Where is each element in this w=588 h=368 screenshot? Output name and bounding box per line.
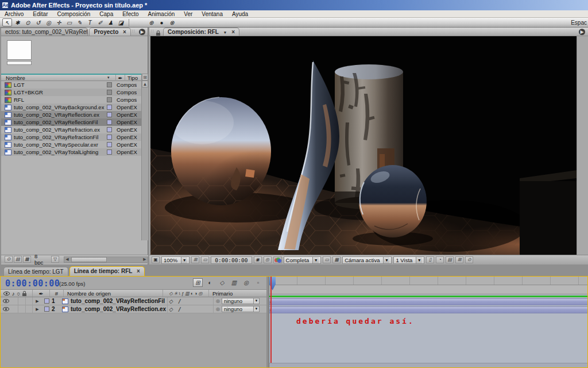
tab-proyecto[interactable]: Proyecto ×	[89, 28, 130, 36]
panel-grip[interactable]: ∷	[151, 28, 154, 36]
current-time-indicator-line[interactable]	[270, 277, 272, 367]
shy-icon[interactable]: ◇	[169, 298, 173, 304]
scroll-up-icon[interactable]: ▲	[142, 80, 148, 87]
menu-item[interactable]: Composición	[52, 10, 95, 18]
hide-shy-button[interactable]: ◇	[217, 278, 227, 287]
label-color-swatch[interactable]	[44, 306, 49, 312]
bit-depth-indicator[interactable]: 8 bpc	[34, 253, 48, 266]
menu-item[interactable]: Editar	[28, 10, 52, 18]
scrollbar-thumb[interactable]	[71, 257, 107, 262]
motion-blur-button[interactable]: ◎	[241, 278, 251, 287]
effects-icon[interactable]: ƒ	[181, 291, 184, 296]
rotation-tool[interactable]: ↺	[33, 18, 43, 26]
timeline-track-area[interactable]: debería quedar así.	[269, 277, 587, 367]
pan-behind-tool[interactable]: ✛	[54, 18, 64, 26]
scroll-left-icon[interactable]: ◀	[64, 257, 70, 262]
motion-blur-icon[interactable]: ◐	[191, 291, 194, 296]
new-composition-icon[interactable]: ▦	[23, 256, 31, 263]
project-item-row[interactable]: RFL Compos	[1, 96, 141, 103]
snapshot-icon[interactable]: ◉	[254, 256, 262, 263]
eraser-tool[interactable]: ◪	[116, 18, 126, 26]
av-feature-cells[interactable]	[11, 305, 33, 313]
label-column-icon[interactable]: ✒	[115, 75, 125, 81]
scroll-right-icon[interactable]: ▶	[142, 257, 148, 262]
safe-zones-icon[interactable]: ▭	[201, 256, 209, 263]
selection-tool[interactable]: ↖	[2, 18, 12, 26]
current-time-display[interactable]: 0:00:00:00	[5, 278, 60, 289]
project-item-row[interactable]: tuto_comp_002_VRayReflection.ex OpenEX	[1, 111, 141, 118]
source-name-column-header[interactable]: Nombre de origen	[64, 290, 163, 297]
label-color-swatch[interactable]	[107, 82, 112, 87]
project-item-row[interactable]: tuto_comp_002_VRayRefraction.ex OpenEX	[1, 126, 141, 133]
close-icon[interactable]: ×	[231, 29, 235, 35]
project-vertical-scrollbar[interactable]: ⊞ ▲	[141, 74, 148, 240]
work-area-bar[interactable]	[269, 285, 587, 294]
timeline-horizontal-scrollbar[interactable]	[269, 363, 587, 367]
project-item-row[interactable]: tuto_comp_002_VRayTotalLighting OpenEX	[1, 148, 141, 156]
label-color-swatch[interactable]	[107, 135, 112, 140]
unified-camera-tool[interactable]: ◎	[44, 18, 53, 26]
adjustment-layer-icon[interactable]: ◑	[195, 291, 198, 296]
brush-tool[interactable]: ✐	[95, 18, 105, 26]
tab-composicion-rfl[interactable]: Composición: RFL ▼ ×	[163, 28, 239, 36]
label-color-swatch[interactable]	[107, 120, 112, 125]
quality-icon[interactable]: /	[179, 306, 180, 313]
pen-tool[interactable]: ✎	[75, 18, 84, 26]
eye-icon[interactable]	[3, 299, 9, 303]
av-feature-cells[interactable]	[11, 297, 33, 305]
project-item-row[interactable]: LGT+BKGR Compos	[1, 89, 141, 96]
panel-grip[interactable]: ∷	[132, 28, 136, 36]
project-item-row[interactable]: tuto_comp_002_VRayBackground.ex OpenEX	[1, 103, 141, 111]
parent-dropdown[interactable]: ninguno ▼	[222, 306, 260, 312]
label-color-swatch[interactable]	[107, 142, 112, 147]
frame-blend-icon[interactable]: ▥	[185, 291, 189, 296]
window-titlebar[interactable]: Ae Adobe After Effects - Proyecto sin tí…	[0, 0, 588, 10]
column-header-type[interactable]: Tipo	[125, 75, 138, 81]
flowchart-mini-icon[interactable]: ⊞	[142, 74, 148, 80]
parent-column-header[interactable]: Primario	[209, 290, 266, 297]
pixel-aspect-icon[interactable]: ▯	[426, 256, 434, 263]
menu-item[interactable]: Capa	[95, 10, 118, 18]
text-tool[interactable]: T	[85, 18, 95, 26]
timeline-layer-row[interactable]: ▶ 1 tuto_comp_002_VRayReflectionFil ◇ / …	[1, 297, 266, 305]
expand-icon[interactable]: ▣	[152, 256, 160, 263]
camera-track-xy-tool[interactable]: ●	[157, 18, 167, 26]
fast-preview-icon[interactable]: ◔	[436, 256, 444, 263]
expand-arrow-icon[interactable]: ▶	[33, 307, 42, 312]
exposure-icon[interactable]: ⊙	[465, 256, 473, 263]
time-ruler[interactable]	[269, 277, 587, 285]
resolution-dropdown[interactable]: Completa▼	[284, 256, 322, 264]
close-icon[interactable]: ×	[123, 29, 126, 35]
mask-shape-tool[interactable]: ▭	[64, 18, 74, 26]
lock-icon[interactable]	[156, 33, 160, 36]
tab-timeline-lgt[interactable]: Línea de tiempo: LGT	[3, 267, 68, 276]
shy-icon[interactable]: ◇	[169, 306, 173, 312]
shy-icon[interactable]: ◇	[169, 291, 173, 296]
label-color-swatch[interactable]	[44, 298, 49, 304]
menu-item[interactable]: Efecto	[118, 10, 143, 18]
menu-item[interactable]: Animación	[144, 10, 180, 18]
expand-arrow-icon[interactable]: ▶	[33, 299, 42, 304]
pick-whip-icon[interactable]: ◎	[216, 298, 220, 304]
close-icon[interactable]: ×	[137, 268, 140, 274]
composition-viewport[interactable]	[150, 36, 577, 255]
new-folder-icon[interactable]: ▤	[14, 256, 22, 263]
audio-icon[interactable]: ♪	[12, 290, 15, 297]
channels-icon[interactable]	[273, 256, 282, 263]
quality-icon[interactable]: \	[179, 291, 180, 296]
menu-item[interactable]: Ayuda	[227, 10, 253, 18]
eye-icon[interactable]	[3, 307, 9, 311]
chevron-down-icon[interactable]: ▼	[223, 29, 227, 37]
layer-switches[interactable]: ◇ /	[167, 297, 213, 305]
tab-timeline-rfl[interactable]: Línea de tiempo: RFL ×	[69, 266, 145, 276]
roi-button[interactable]: ▭	[323, 256, 331, 263]
label-color-swatch[interactable]	[107, 90, 112, 95]
label-column-header[interactable]: ✒	[33, 290, 50, 297]
composition-timecode[interactable]: 0:00:00:00	[211, 256, 252, 264]
eye-icon[interactable]	[3, 292, 10, 296]
camera-orbit-tool[interactable]: ⊕	[146, 18, 156, 26]
layer-duration-bar-2[interactable]	[269, 306, 587, 313]
lock-icon[interactable]	[22, 293, 26, 296]
comp-mini-flowchart-button[interactable]: ⊞	[193, 278, 203, 287]
label-color-swatch[interactable]	[107, 105, 112, 110]
